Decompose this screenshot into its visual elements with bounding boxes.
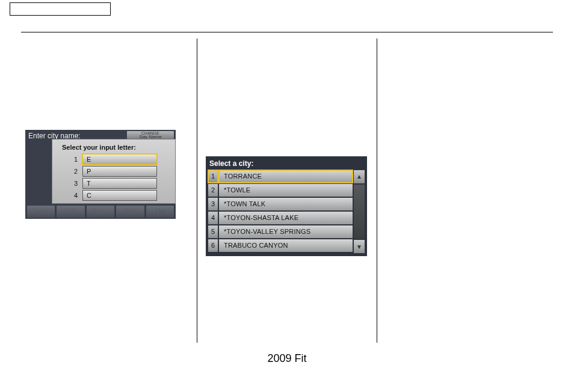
- letter-row-number: 2: [55, 168, 82, 175]
- city-row[interactable]: 4 *TOYON-SHASTA LAKE: [208, 212, 353, 224]
- scroll-track[interactable]: [354, 185, 365, 239]
- popup-title: Select your input letter:: [62, 144, 170, 151]
- letter-row-number: 4: [55, 192, 82, 199]
- screenshot-enter-city: Enter city name: CHANGE Say Name Delete …: [25, 130, 176, 219]
- city-row[interactable]: 6 TRABUCO CANYON: [208, 239, 353, 252]
- scroll-up-button[interactable]: ▲: [354, 170, 365, 183]
- shift-button[interactable]: Shift: [57, 206, 84, 218]
- city-row-value: *TOYON-VALLEY SPRINGS: [219, 225, 353, 238]
- city-row-number: 2: [208, 184, 218, 197]
- letter-row[interactable]: 1 E: [55, 154, 170, 165]
- city-row-number: 5: [208, 225, 218, 238]
- city-row-number: 1: [208, 170, 218, 183]
- letter-row-value: C: [82, 190, 157, 201]
- letter-row[interactable]: 4 C: [55, 190, 170, 201]
- more-button[interactable]: More: [116, 206, 144, 218]
- city-row-number: 6: [208, 239, 218, 252]
- city-row-number: 4: [208, 212, 218, 224]
- scroll-down-button[interactable]: ▼: [354, 240, 365, 253]
- down-arrow-icon: ▼: [356, 243, 362, 250]
- column-separator-1: [197, 38, 197, 343]
- empty-frame-box: [10, 2, 111, 16]
- letter-row-value: T: [82, 178, 157, 189]
- letter-row-number: 3: [55, 180, 82, 187]
- city-row-value: *TOWLE: [219, 184, 353, 197]
- select-city-title: Select a city:: [209, 159, 365, 168]
- letter-list: 1 E 2 P 3 T 4 C: [55, 154, 170, 201]
- city-row-value: TRABUCO CANYON: [219, 239, 353, 252]
- city-row-value: TORRANCE: [219, 170, 353, 183]
- footer-text: 2009 Fit: [0, 352, 574, 365]
- city-row[interactable]: 2 *TOWLE: [208, 184, 353, 197]
- city-list: 1 TORRANCE 2 *TOWLE 3 *TOWN TALK 4 *TOYO…: [208, 170, 353, 253]
- letter-row[interactable]: 3 T: [55, 178, 170, 189]
- list-button[interactable]: List: [146, 206, 174, 218]
- city-row-number: 3: [208, 198, 218, 210]
- city-row[interactable]: 3 *TOWN TALK: [208, 198, 353, 210]
- column-separator-2: [377, 38, 377, 343]
- letter-row-value: E: [82, 154, 157, 165]
- city-row[interactable]: 5 *TOYON-VALLEY SPRINGS: [208, 225, 353, 238]
- change-say-name-button[interactable]: CHANGE Say Name: [127, 131, 174, 139]
- keyboard-bottom-row: Delete Shift Space More List: [25, 206, 176, 218]
- letter-row-value: P: [82, 166, 157, 177]
- space-button[interactable]: Space: [87, 206, 114, 218]
- horizontal-rule: [21, 32, 553, 32]
- city-row-value: *TOWN TALK: [219, 198, 353, 210]
- city-row[interactable]: 1 TORRANCE: [208, 170, 353, 183]
- city-scrollbar: ▲ ▼: [354, 170, 365, 253]
- letter-row[interactable]: 2 P: [55, 166, 170, 177]
- up-arrow-icon: ▲: [356, 173, 362, 180]
- screenshot-select-city: Select a city: 1 TORRANCE 2 *TOWLE 3 *TO…: [206, 156, 367, 256]
- delete-button[interactable]: Delete: [27, 206, 55, 218]
- letter-row-number: 1: [55, 156, 82, 163]
- select-input-letter-popup: Select your input letter: 1 E 2 P 3 T 4 …: [52, 139, 176, 204]
- city-row-value: *TOYON-SHASTA LAKE: [219, 212, 353, 224]
